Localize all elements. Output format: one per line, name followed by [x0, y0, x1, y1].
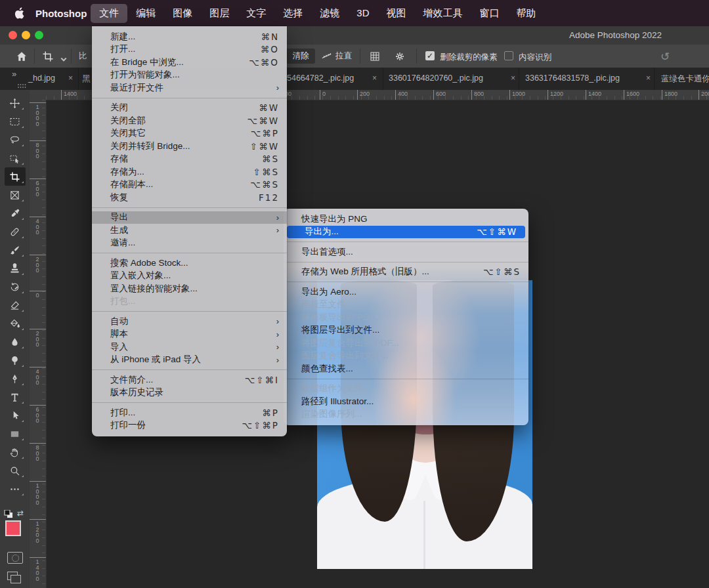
export-submenu-item-将图层导出到文件...[interactable]: 将图层导出到文件... — [284, 324, 528, 337]
file-menu-item-邀请...[interactable]: 邀请... — [92, 237, 287, 250]
file-menu-item-搜索 Adobe Stock...[interactable]: 搜索 Adobe Stock... — [92, 257, 287, 270]
chevron-down-icon[interactable] — [58, 53, 70, 65]
apple-logo-icon[interactable] — [13, 7, 25, 19]
lasso-tool[interactable] — [5, 131, 26, 149]
document-tab[interactable]: 蓝绿色卡通你 — [661, 74, 709, 85]
delete-cropped-pixels-label[interactable]: 删除裁剪的像素 — [440, 52, 498, 63]
type-tool[interactable] — [5, 388, 26, 406]
file-menu-item-打印一份[interactable]: 打印一份⌥⇧⌘P — [92, 419, 287, 432]
menubar-item-文字[interactable]: 文字 — [238, 4, 274, 23]
menubar-item-3D[interactable]: 3D — [348, 4, 377, 23]
export-submenu-item-存储为 Web 所用格式（旧版）...[interactable]: 存储为 Web 所用格式（旧版）...⌥⇧⌘S — [284, 266, 528, 279]
straighten-button[interactable]: 拉直 — [321, 49, 352, 64]
menubar-item-编辑[interactable]: 编辑 — [127, 4, 164, 23]
menubar-item-帮助[interactable]: 帮助 — [508, 4, 545, 23]
file-menu-item-关闭[interactable]: 关闭⌘W — [92, 102, 287, 115]
file-menu-item-打开为智能对象...[interactable]: 打开为智能对象... — [92, 69, 287, 82]
menubar-item-选择[interactable]: 选择 — [274, 4, 311, 23]
delete-cropped-pixels-checkbox[interactable]: ✓ — [425, 51, 435, 60]
document-tab[interactable]: _hd.jpg — [28, 74, 55, 83]
file-menu-item-文件简介...[interactable]: 文件简介...⌥⇧⌘I — [92, 373, 287, 387]
file-menu-item-在 Bridge 中浏览...[interactable]: 在 Bridge 中浏览...⌥⌘O — [92, 56, 287, 69]
paint-bucket-tool[interactable] — [5, 314, 26, 333]
file-menu-item-新建...[interactable]: 新建...⌘N — [92, 30, 287, 43]
crop-tool[interactable] — [5, 167, 26, 186]
file-menu-item-关闭并转到 Bridge...[interactable]: 关闭并转到 Bridge...⇧⌘W — [92, 140, 287, 153]
content-aware-label[interactable]: 内容识别 — [519, 52, 551, 63]
close-window-button[interactable] — [9, 31, 17, 39]
screen-mode-button[interactable] — [7, 572, 18, 580]
reset-icon[interactable]: ↺ — [660, 50, 670, 64]
healing-brush-tool[interactable] — [5, 222, 26, 241]
rectangle-tool[interactable] — [5, 425, 26, 443]
menubar-item-图像[interactable]: 图像 — [164, 4, 201, 23]
tab-overflow-icon[interactable]: » — [12, 69, 16, 79]
foreground-color-swatch[interactable] — [5, 520, 21, 536]
swap-colors-icon[interactable]: ⇄ — [17, 509, 24, 518]
eyedropper-tool[interactable] — [5, 204, 26, 222]
document-tab[interactable]: 33631764831578_.pic.jpg — [525, 74, 620, 83]
file-menu-item-导出[interactable]: 导出› — [92, 211, 287, 224]
history-brush-tool[interactable] — [5, 278, 26, 296]
path-selection-tool[interactable] — [5, 406, 26, 425]
tab-close-icon[interactable]: × — [372, 74, 377, 83]
file-menu-item-关闭其它[interactable]: 关闭其它⌥⌘P — [92, 127, 287, 140]
clear-button[interactable]: 清除 — [286, 49, 315, 64]
pen-tool[interactable] — [5, 369, 26, 388]
file-menu-item-打印...[interactable]: 打印...⌘P — [92, 406, 287, 419]
menubar-item-文件[interactable]: 文件 — [91, 4, 127, 23]
file-menu-item-导入[interactable]: 导入› — [92, 341, 287, 354]
minimize-window-button[interactable] — [22, 31, 30, 39]
tab-close-icon[interactable]: × — [511, 74, 515, 83]
crop-settings-gear-icon[interactable] — [394, 51, 406, 62]
quick-mask-button[interactable] — [7, 552, 23, 564]
object-selection-tool[interactable] — [5, 149, 26, 167]
file-menu-item-置入链接的智能对象...[interactable]: 置入链接的智能对象... — [92, 282, 287, 295]
file-menu-item-存储[interactable]: 存储⌘S — [92, 153, 287, 166]
export-submenu-item-颜色查找表...[interactable]: 颜色查找表... — [284, 362, 528, 375]
file-menu-item-关闭全部[interactable]: 关闭全部⌥⌘W — [92, 114, 287, 127]
dodge-tool[interactable] — [5, 351, 26, 369]
document-tab[interactable]: 黑 — [82, 74, 91, 85]
export-submenu-item-导出为...[interactable]: 导出为...⌥⇧⌘W — [287, 226, 525, 239]
brush-tool[interactable] — [5, 241, 26, 259]
zoom-tool[interactable] — [5, 461, 26, 480]
overlay-grid-icon[interactable] — [369, 51, 381, 62]
file-menu-item-恢复[interactable]: 恢复F12 — [92, 191, 287, 204]
frame-tool[interactable] — [5, 186, 26, 204]
file-menu-item-打开...[interactable]: 打开...⌘O — [92, 43, 287, 56]
document-tab[interactable]: 54664782_.pic.jpg — [287, 74, 354, 83]
file-menu-item-最近打开文件[interactable]: 最近打开文件› — [92, 81, 287, 94]
move-tool[interactable] — [5, 94, 26, 112]
file-menu-item-存储副本...[interactable]: 存储副本...⌥⌘S — [92, 178, 287, 192]
file-menu-item-生成[interactable]: 生成› — [92, 224, 287, 237]
export-submenu-item-导出首选项...[interactable]: 导出首选项... — [284, 245, 528, 259]
file-menu-item-存储为...[interactable]: 存储为...⇧⌘S — [92, 165, 287, 178]
document-tab[interactable]: 33601764820760_.pic.jpg — [389, 74, 483, 83]
menubar-item-图层[interactable]: 图层 — [201, 4, 238, 23]
tab-close-icon[interactable]: × — [646, 74, 651, 83]
menubar-app-name[interactable]: Photoshop — [35, 8, 87, 19]
tab-close-icon[interactable]: × — [68, 74, 73, 83]
hand-tool[interactable] — [5, 443, 26, 461]
menubar-item-滤镜[interactable]: 滤镜 — [311, 4, 348, 23]
menubar-item-窗口[interactable]: 窗口 — [471, 4, 508, 23]
edit-toolbar-tool[interactable] — [5, 480, 26, 498]
zoom-window-button[interactable] — [35, 31, 43, 39]
content-aware-checkbox[interactable] — [504, 51, 513, 60]
clone-stamp-tool[interactable] — [5, 259, 26, 278]
file-menu-item-自动[interactable]: 自动› — [92, 315, 287, 328]
file-menu-item-从 iPhone 或 iPad 导入[interactable]: 从 iPhone 或 iPad 导入› — [92, 354, 287, 367]
eraser-tool[interactable] — [5, 296, 26, 314]
marquee-tool[interactable] — [5, 112, 26, 131]
crop-tool-icon[interactable] — [42, 51, 54, 62]
file-menu-item-脚本[interactable]: 脚本› — [92, 328, 287, 341]
home-icon[interactable] — [16, 51, 28, 62]
blur-tool[interactable] — [5, 333, 26, 351]
export-submenu-item-导出为 Aero...[interactable]: 导出为 Aero... — [284, 285, 528, 299]
export-submenu-item-路径到 Illustrator...[interactable]: 路径到 Illustrator... — [284, 395, 528, 408]
file-menu-item-版本历史记录[interactable]: 版本历史记录 — [92, 387, 287, 400]
file-menu-item-置入嵌入对象...[interactable]: 置入嵌入对象... — [92, 270, 287, 283]
export-submenu-item-快速导出为 PNG[interactable]: 快速导出为 PNG — [284, 213, 528, 226]
menubar-item-视图[interactable]: 视图 — [378, 4, 415, 23]
